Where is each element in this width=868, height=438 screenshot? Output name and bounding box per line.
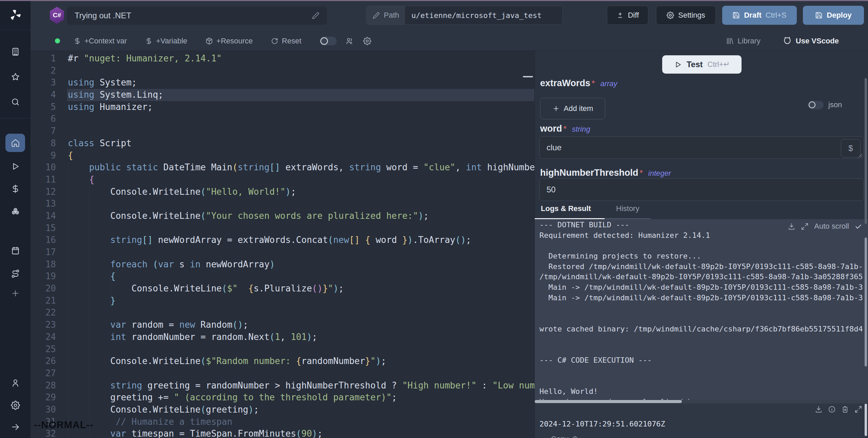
code-line[interactable]: 28 string greeting = randomNumber > high… [31,380,534,392]
code-line[interactable]: 20 Console.WriteLine($" {s.Pluralize()}"… [31,283,534,295]
code-line[interactable]: 22 [31,307,534,319]
copy-button[interactable]: Copy [551,435,578,438]
library-button[interactable]: Library [726,37,761,45]
highnumberthreshold-value: 50 [547,185,556,194]
code-line[interactable]: 32 var timespan = TimeSpan.FromMinutes(9… [31,428,534,438]
panel-resize-handle[interactable] [523,76,533,77]
code-line[interactable]: 25 [31,343,534,356]
script-title-input[interactable]: Trying out .NET [67,6,327,25]
json-toggle[interactable] [808,101,824,109]
sidebar-item-runs[interactable] [0,157,31,176]
sidebar-item-workspace[interactable] [0,42,31,61]
highnumberthreshold-input[interactable]: 50 [539,178,864,201]
code-line[interactable]: 2 [31,65,534,77]
editor-settings-button[interactable] [363,37,371,45]
csharp-logo-text: C# [53,12,61,19]
code-line[interactable]: 18 foreach (var s in newWordArray) [31,259,534,271]
draft-button[interactable]: Draft Ctrl+S [722,6,797,25]
line-number: 11 [31,174,56,186]
windmill-logo[interactable] [0,5,31,25]
gear-icon [11,401,20,410]
field-name: extraWords [540,78,590,89]
result-panel[interactable]: 2024-12-10T17:29:51.6021076Z Copy [535,403,868,438]
log-line [539,335,863,345]
download-icon[interactable] [788,223,795,230]
sidebar-item-favorites[interactable] [0,67,31,86]
arrow-right-icon [11,422,20,432]
settings-button[interactable]: Settings [656,6,716,25]
expand-icon[interactable] [854,405,862,413]
path-field[interactable]: Path u/etienne/microsoft_java_test [366,6,563,25]
sidebar-item-home[interactable] [5,134,25,152]
code-line[interactable]: 9{ [31,150,534,162]
resize-corner-icon[interactable] [858,154,862,158]
sidebar-item-resources[interactable] [0,202,31,221]
download-icon[interactable] [815,405,823,413]
use-vscode-button[interactable]: Use VScode [783,37,839,45]
reset-button[interactable]: Reset [271,37,301,45]
multiplayer-button[interactable] [346,37,354,45]
code-line[interactable]: 1#r "nuget: Humanizer, 2.14.1" [31,53,534,65]
line-number: 22 [31,307,56,319]
word-input[interactable]: clue $ [539,136,864,159]
insert-variable-button[interactable]: $ [841,139,861,157]
sidebar-item-schedules[interactable] [0,241,31,260]
result-scrollbar-thumb[interactable] [865,404,867,436]
code-line[interactable]: 11 { [31,174,534,186]
code-line[interactable]: 31 // Humanize a timespan [31,416,534,428]
code-line[interactable]: 8class Script [31,137,534,150]
code-line[interactable]: 19 { [31,270,534,283]
add-item-button[interactable]: Add item [540,98,605,119]
tab-logs-result[interactable]: Logs & Result [541,204,591,213]
add-variable-button[interactable]: +Variable [145,37,187,45]
code-line[interactable]: 27 [31,367,534,380]
deploy-button[interactable]: Deploy [803,6,864,25]
line-number: 6 [31,113,56,125]
sidebar-item-flows[interactable] [0,264,31,283]
assistant-toggle[interactable] [320,37,337,45]
form-scrollbar-thumb[interactable] [865,78,867,224]
code-line[interactable]: 5using Humanizer; [31,101,534,113]
code-line[interactable]: 6 [31,113,534,125]
add-context-var-button[interactable]: +Context var [74,37,127,45]
code-line[interactable]: 3using System; [31,77,534,89]
code-line[interactable]: 7 [31,125,534,137]
code-line[interactable]: 29 greeting += " (according to the thres… [31,392,534,404]
info-icon[interactable] [828,405,836,413]
code-line[interactable]: 21 } [31,295,534,307]
pencil-icon[interactable] [312,12,319,19]
logs-horizontal-scrollbar[interactable] [535,400,868,403]
code-line[interactable]: 17 [31,246,534,259]
line-number: 4 [31,89,56,101]
field-name: highNumberThreshold [540,168,638,178]
sidebar-item-variables[interactable] [0,179,31,198]
tab-history[interactable]: History [616,204,639,213]
code-line[interactable]: 15 [31,222,534,234]
code-line[interactable]: 26 Console.WriteLine($"Random number: {r… [31,355,534,367]
json-toggle-row: json [808,100,842,109]
expand-icon[interactable] [801,223,809,230]
check-icon[interactable] [854,223,862,230]
scrollbar-thumb[interactable] [535,400,682,403]
test-button[interactable]: Test Ctrl+↵ [662,55,742,74]
add-resource-button[interactable]: +Resource [205,37,253,45]
code-editor[interactable]: 1#r "nuget: Humanizer, 2.14.1"23using Sy… [31,51,534,438]
code-line[interactable]: 12 Console.WriteLine("Hello, World!"); [31,186,534,198]
code-line[interactable]: 30 Console.WriteLine(greeting); [31,404,534,416]
code-line[interactable]: 4using System.Linq; [31,89,534,101]
sidebar-item-settings[interactable] [0,396,31,415]
code-line[interactable]: 16 string[] newWordArray = extraWords.Co… [31,234,534,246]
sidebar-item-account[interactable] [0,373,31,392]
diff-button[interactable]: Diff [607,6,648,25]
clipboard-icon[interactable] [841,405,849,413]
code-line[interactable]: 24 int randomNumber = random.Next(1, 101… [31,331,534,343]
sidebar-item-search[interactable] [0,92,31,111]
logs-scrollbar-thumb[interactable] [865,237,867,366]
code-line[interactable]: 10 public static DateTime Main(string[] … [31,161,534,174]
sidebar-item-create[interactable] [0,284,31,303]
sidebar-collapse[interactable] [0,417,31,436]
code-line[interactable]: 23 var random = new Random(); [31,319,534,331]
code-line[interactable]: 13 [31,198,534,210]
logs-panel[interactable]: --- DOTNET BUILD ---Requirement detected… [535,219,868,400]
code-line[interactable]: 14 Console.WriteLine("Your chosen words … [31,210,534,222]
